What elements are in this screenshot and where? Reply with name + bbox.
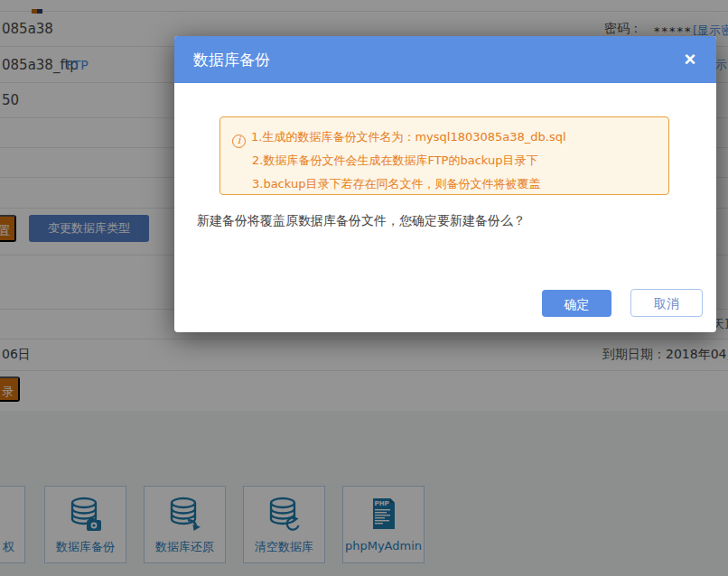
cancel-button[interactable]: 取消 bbox=[630, 289, 703, 317]
notice-line-1-text: 1.生成的数据库备份文件名为：mysql1803085a38_db.sql bbox=[251, 130, 566, 144]
notice-line-3: 3.backup目录下若存在同名文件，则备份文件将被覆盖 bbox=[232, 172, 659, 196]
dialog-header: 数据库备份 × bbox=[174, 36, 716, 83]
backup-notice-box: 1.生成的数据库备份文件名为：mysql1803085a38_db.sql 2.… bbox=[219, 116, 669, 195]
notice-line-1: 1.生成的数据库备份文件名为：mysql1803085a38_db.sql bbox=[232, 125, 659, 149]
close-icon[interactable]: × bbox=[678, 46, 702, 73]
notice-line-2: 2.数据库备份文件会生成在数据库FTP的backup目录下 bbox=[232, 149, 659, 172]
screen: 085a38 密码： ***** [显示密 085a38_ftp FTP 示密 … bbox=[0, 0, 728, 576]
confirm-button[interactable]: 确定 bbox=[542, 290, 611, 317]
info-icon bbox=[232, 135, 246, 148]
database-backup-dialog: 数据库备份 × 1.生成的数据库备份文件名为：mysql1803085a38_d… bbox=[174, 36, 716, 332]
dialog-title: 数据库备份 bbox=[193, 36, 270, 83]
confirm-message: 新建备份将覆盖原数据库备份文件，您确定要新建备份么？ bbox=[197, 213, 526, 229]
